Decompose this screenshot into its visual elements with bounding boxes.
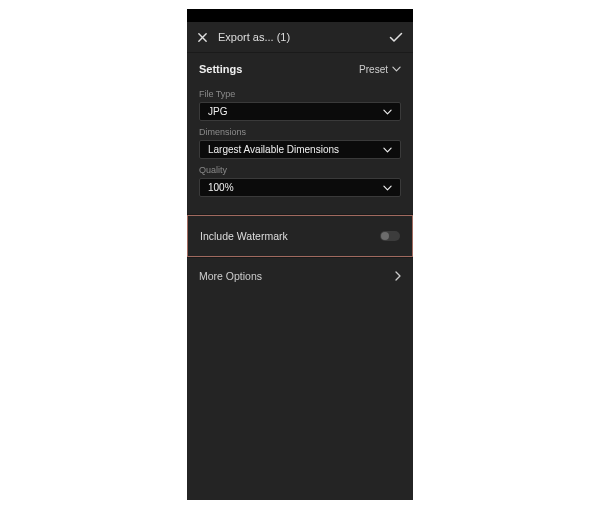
toggle-knob (381, 232, 389, 240)
quality-value: 100% (208, 182, 234, 193)
dimensions-row: Dimensions Largest Available Dimensions (199, 127, 401, 159)
file-type-select[interactable]: JPG (199, 102, 401, 121)
watermark-label: Include Watermark (200, 230, 288, 242)
file-type-row: File Type JPG (199, 89, 401, 121)
include-watermark-row[interactable]: Include Watermark (187, 215, 413, 257)
file-type-value: JPG (208, 106, 227, 117)
header-bar: Export as... (1) (187, 22, 413, 53)
chevron-down-icon (383, 147, 392, 153)
section-divider (187, 197, 413, 215)
export-panel: Export as... (1) Settings Preset File Ty… (187, 9, 413, 500)
watermark-toggle[interactable] (380, 231, 400, 241)
more-options-label: More Options (199, 270, 262, 282)
quality-label: Quality (199, 165, 401, 175)
preset-label: Preset (359, 64, 388, 75)
dimensions-select[interactable]: Largest Available Dimensions (199, 140, 401, 159)
header-title: Export as... (1) (218, 31, 389, 43)
chevron-down-icon (383, 185, 392, 191)
settings-title: Settings (199, 63, 242, 75)
quality-select[interactable]: 100% (199, 178, 401, 197)
device-status-bar (187, 9, 413, 22)
settings-section: Settings Preset File Type JPG Dimensions… (187, 53, 413, 215)
more-options-row[interactable]: More Options (187, 258, 413, 294)
dimensions-value: Largest Available Dimensions (208, 144, 339, 155)
chevron-right-icon (395, 271, 401, 281)
close-icon[interactable] (197, 32, 208, 43)
chevron-down-icon (392, 66, 401, 72)
quality-row: Quality 100% (199, 165, 401, 197)
settings-heading-row: Settings Preset (199, 63, 401, 83)
chevron-down-icon (383, 109, 392, 115)
preset-dropdown[interactable]: Preset (359, 64, 401, 75)
file-type-label: File Type (199, 89, 401, 99)
dimensions-label: Dimensions (199, 127, 401, 137)
confirm-icon[interactable] (389, 32, 403, 43)
